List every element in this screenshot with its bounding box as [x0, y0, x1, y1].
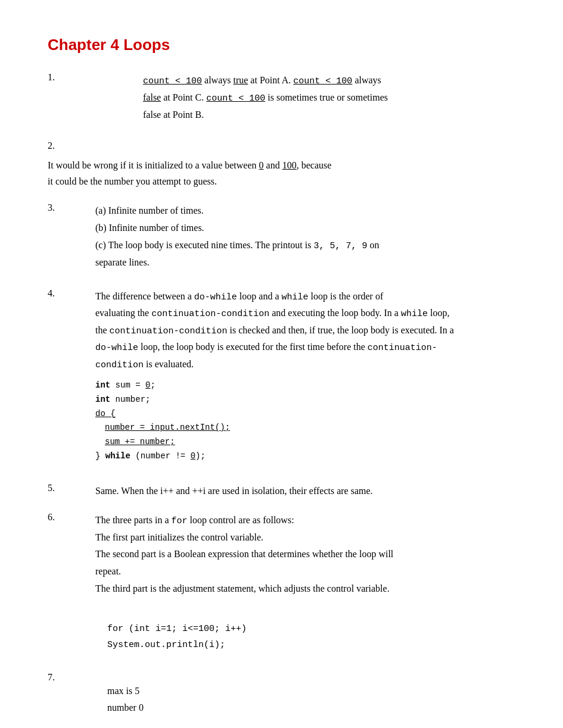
- q1-sometimes: is sometimes true or sometimes: [265, 92, 388, 102]
- q7-number: number 0: [107, 699, 515, 717]
- q3b: (b) Infinite number of times.: [95, 220, 379, 237]
- q7-max: max is 5: [107, 683, 515, 700]
- q6-code-block: for (int i=1; i<=100; i++) System.out.pr…: [107, 621, 515, 653]
- question-3-row: 3. (a) Infinite number of times. (b) Inf…: [48, 202, 515, 271]
- question-1-row: 1. count < 100 always true at Point A. c…: [48, 72, 515, 124]
- q5-text: Same. When the i++ and ++i are used in i…: [95, 486, 373, 496]
- question-2-number: 2.: [48, 140, 95, 151]
- question-1-number: 1.: [48, 72, 95, 83]
- q2-zero: 0: [259, 160, 264, 170]
- q4-and: loop and a: [239, 291, 279, 301]
- question-7-number: 7.: [48, 672, 95, 683]
- q4-dowhile: do-while: [194, 292, 237, 302]
- question-1-block: 1. count < 100 always true at Point A. c…: [48, 72, 515, 127]
- q3c-end: on: [369, 240, 379, 250]
- code4-do: do {: [95, 409, 116, 418]
- question-6-number: 6.: [48, 512, 95, 523]
- q3a: (a) Infinite number of times.: [95, 202, 379, 220]
- q6-intro1: The three parts in a: [95, 515, 169, 525]
- code4-line2: int number;: [95, 393, 515, 407]
- code4-int2: int: [95, 395, 110, 404]
- question-5-row: 5. Same. When the i++ and ++i are used i…: [48, 483, 515, 499]
- question-2-block: 2. It would be wrong if it is initialize…: [48, 140, 515, 189]
- q2-text1: It would be wrong if it is initialized t…: [48, 160, 257, 170]
- question-6-block: 6. The three parts in a for loop control…: [48, 512, 515, 658]
- q4-dowhile2: do-while: [95, 343, 138, 353]
- question-7-answer: max is 5 number 0: [107, 683, 515, 717]
- q1-always2: always: [352, 75, 381, 85]
- question-2-row: 2.: [48, 140, 515, 151]
- q3c-line2: separate lines.: [95, 257, 150, 267]
- q4-order: loop is the order of: [311, 291, 384, 301]
- question-6-parts: The first part initializes the control v…: [95, 529, 515, 659]
- code4-sum-plus: sum += number;: [105, 437, 175, 446]
- code4-line4: number = input.nextInt();: [105, 421, 515, 435]
- q3c: (c) The loop body is executed nine times…: [95, 237, 379, 271]
- code4-nexint: number = input.nextInt();: [105, 423, 230, 432]
- q6-code-line1: for (int i=1; i<=100; i++): [107, 621, 515, 637]
- question-3-answer: (a) Infinite number of times. (b) Infini…: [95, 202, 379, 271]
- question-3-number: 3.: [48, 202, 95, 213]
- question-6-row: 6. The three parts in a for loop control…: [48, 512, 515, 529]
- q4-contcond2: continuation-condition: [110, 326, 228, 336]
- q1-code1: count < 100: [143, 76, 202, 86]
- question-6-intro: The three parts in a for loop control ar…: [95, 512, 515, 529]
- q6-intro2: loop control are as follows:: [190, 515, 294, 525]
- q1-false-point-b: false at Point B.: [143, 110, 204, 120]
- code4-sum: sum =: [110, 380, 145, 390]
- q4-while2: while: [401, 309, 428, 319]
- q1-at-point-a: at Point A.: [248, 75, 293, 85]
- q1-line1: count < 100 always true at Point A. coun…: [143, 72, 388, 89]
- code4-end: );: [195, 451, 206, 461]
- q2-because: , because: [297, 160, 332, 170]
- q4-the: the: [95, 325, 107, 335]
- q1-true: true: [233, 75, 248, 85]
- question-4-number: 4.: [48, 288, 95, 299]
- q4-loopbody: loop, the loop body is executed for the …: [141, 342, 365, 352]
- code4-semi1: ;: [150, 380, 155, 390]
- code4-line1: int sum = 0;: [95, 379, 515, 393]
- q3c-vals: 3, 5, 7, 9: [313, 241, 367, 251]
- code4-int1: int: [95, 380, 110, 390]
- qa-section: 1. count < 100 always true at Point A. c…: [48, 72, 515, 728]
- q2-line2: it could be the number you attempt to gu…: [48, 176, 217, 186]
- question-2-answer: It would be wrong if it is initialized t…: [48, 157, 515, 189]
- code4-cond: (number !=: [130, 451, 191, 461]
- q6-part2: The second part is a Boolean expression …: [95, 546, 515, 580]
- q6-part1: The first part initializes the control v…: [95, 529, 515, 546]
- q6-part3: The third part is the adjustment stateme…: [95, 580, 515, 598]
- q1-always1: always: [202, 75, 233, 85]
- q4-intro: The difference between a: [95, 291, 192, 301]
- q4-evaluated: is evaluated.: [146, 359, 194, 369]
- q1-line3: false at Point B.: [143, 107, 388, 124]
- question-5-number: 5.: [48, 483, 95, 493]
- code4-line6: } while (number != 0);: [95, 449, 515, 464]
- q1-code3: count < 100: [206, 93, 265, 104]
- code4-while: while: [105, 451, 130, 461]
- chapter-title: Chapter 4 Loops: [48, 36, 515, 54]
- q4-while: while: [282, 292, 309, 302]
- code4-line5: sum += number;: [105, 435, 515, 449]
- question-4-row: 4. The difference between a do-while loo…: [48, 288, 515, 373]
- q4-loop: loop,: [430, 308, 449, 318]
- code4-number: number;: [110, 395, 150, 404]
- q4-contcond3: continuation-: [368, 343, 437, 353]
- question-5-block: 5. Same. When the i++ and ++i are used i…: [48, 483, 515, 499]
- question-4-answer: The difference between a do-while loop a…: [95, 288, 515, 373]
- question-1-answer: count < 100 always true at Point A. coun…: [143, 72, 388, 124]
- q3c-start: (c) The loop body is executed nine times…: [95, 240, 311, 250]
- q2-and: and: [266, 160, 280, 170]
- question-5-answer: Same. When the i++ and ++i are used in i…: [95, 483, 515, 499]
- code4-line3: do {: [95, 407, 515, 421]
- q6-code-line2: System.out.println(i);: [107, 637, 515, 653]
- question-7-block: 7. max is 5 number 0: [48, 672, 515, 717]
- question-3-block: 3. (a) Infinite number of times. (b) Inf…: [48, 202, 515, 274]
- question-7-row: 7.: [48, 672, 515, 683]
- q2-hundred: 100: [282, 160, 297, 170]
- q4-checked: is checked and then, if true, the loop b…: [230, 325, 454, 335]
- q1-line2: false at Point C. count < 100 is sometim…: [143, 89, 388, 107]
- q6-for: for: [172, 516, 188, 526]
- q4-eval: evaluating the: [95, 308, 149, 318]
- code4-zero2: 0: [191, 451, 195, 461]
- question-4-block: 4. The difference between a do-while loo…: [48, 288, 515, 470]
